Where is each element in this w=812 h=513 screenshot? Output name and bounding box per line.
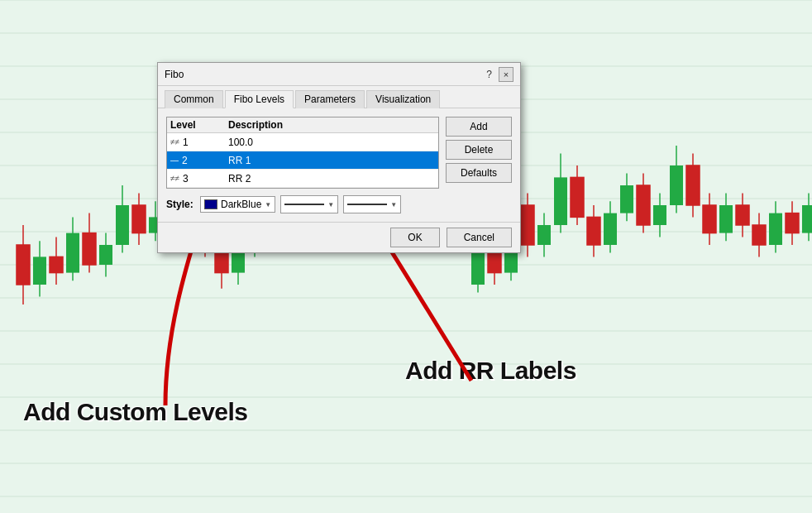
row-level-2: — 2 — [170, 155, 228, 166]
annotation-custom-levels: Add Custom Levels — [23, 398, 248, 426]
close-button[interactable]: × — [499, 67, 513, 82]
col-description: Description — [228, 119, 435, 131]
add-button[interactable]: Add — [446, 117, 512, 137]
table-row[interactable]: ≠≠ 3 RR 2 — [167, 170, 438, 188]
table-row[interactable]: — 2 RR 1 — [167, 151, 438, 170]
level-icon-3: ≠≠ — [170, 174, 179, 183]
row-desc-3: RR 2 — [228, 173, 435, 185]
line-dropdown-arrow-1: ▼ — [327, 201, 334, 209]
tab-parameters[interactable]: Parameters — [295, 90, 365, 108]
dialog-title: Fibo — [165, 69, 184, 80]
fibo-dialog: Fibo ? × Common Fibo Levels Parameters V… — [157, 62, 521, 253]
tab-fibo-levels[interactable]: Fibo Levels — [225, 90, 294, 108]
annotation-rr-labels: Add RR Labels — [405, 357, 576, 385]
ok-button[interactable]: OK — [390, 228, 439, 247]
levels-table: Level Description ≠≠ 1 100.0 — [166, 117, 439, 189]
tab-bar: Common Fibo Levels Parameters Visualizat… — [158, 86, 520, 108]
dialog-content: Level Description ≠≠ 1 100.0 — [158, 108, 520, 222]
col-level: Level — [170, 119, 228, 131]
action-buttons: Add Delete Defaults — [446, 117, 512, 189]
level-icon-2: — — [170, 156, 179, 165]
cancel-button[interactable]: Cancel — [447, 228, 512, 247]
row-level-3: ≠≠ 3 — [170, 173, 228, 185]
dialog-titlebar: Fibo ? × — [158, 63, 520, 86]
line-style-picker-2[interactable]: ▼ — [343, 195, 401, 213]
dialog-controls: ? × — [486, 67, 513, 82]
dialog-footer: OK Cancel — [158, 222, 520, 252]
row-level-1: ≠≠ 1 — [170, 137, 228, 148]
level-icon-1: ≠≠ — [170, 137, 179, 146]
delete-button[interactable]: Delete — [446, 140, 512, 160]
line-preview-1 — [284, 204, 324, 205]
style-row: Style: DarkBlue ▼ ▼ ▼ — [166, 195, 512, 213]
row-desc-2: RR 1 — [228, 155, 435, 166]
style-label: Style: — [166, 199, 195, 210]
row-desc-1: 100.0 — [228, 137, 435, 148]
table-row[interactable]: ≠≠ 1 100.0 — [167, 133, 438, 151]
table-header: Level Description — [167, 117, 438, 133]
help-button[interactable]: ? — [486, 69, 492, 80]
line-preview-2 — [347, 204, 387, 205]
table-body: ≠≠ 1 100.0 — 2 RR 1 — [167, 133, 438, 188]
defaults-button[interactable]: Defaults — [446, 163, 512, 183]
tab-common[interactable]: Common — [165, 90, 223, 108]
line-dropdown-arrow-2: ▼ — [390, 201, 397, 209]
color-picker[interactable]: DarkBlue ▼ — [200, 196, 275, 213]
tab-visualization[interactable]: Visualization — [366, 90, 440, 108]
content-area: Level Description ≠≠ 1 100.0 — [166, 117, 512, 189]
color-name: DarkBlue — [221, 199, 261, 210]
color-swatch — [204, 199, 217, 209]
color-dropdown-arrow: ▼ — [265, 201, 271, 209]
line-style-picker-1[interactable]: ▼ — [280, 195, 338, 213]
